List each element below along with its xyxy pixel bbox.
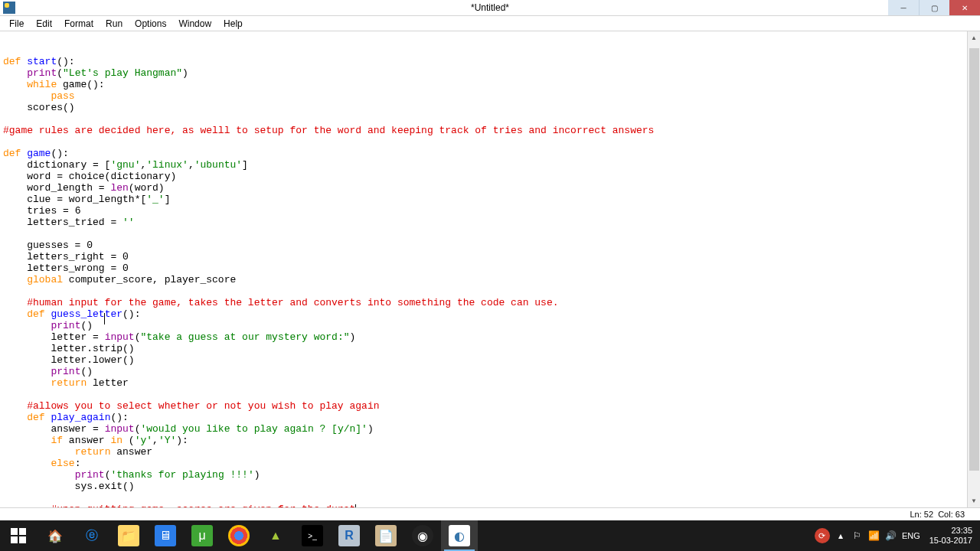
taskbar-app1[interactable]: 🖥 (147, 520, 184, 551)
menu-format[interactable]: Format (58, 17, 100, 31)
status-line: Ln: 52 (910, 510, 933, 519)
tray-language[interactable]: ENG (902, 531, 920, 540)
editor-area: def start(): print("Let's play Hangman")… (0, 31, 980, 507)
tray-app-icon[interactable]: ⟳ (815, 528, 830, 543)
minimize-button[interactable]: ─ (888, 0, 919, 15)
obs-icon: ◉ (412, 525, 433, 546)
taskbar-chrome[interactable] (220, 520, 257, 551)
python-icon: ◐ (449, 525, 470, 546)
vertical-scrollbar[interactable]: ▲ ▼ (967, 31, 980, 507)
maximize-button[interactable]: ▢ (919, 0, 949, 15)
scroll-thumb[interactable] (969, 48, 979, 471)
start-button[interactable] (0, 520, 37, 551)
taskbar-notes[interactable]: 📄 (368, 520, 404, 551)
network-icon[interactable]: 📶 (868, 530, 880, 542)
menu-bar: File Edit Format Run Options Window Help (0, 16, 980, 31)
system-tray: ⟳ ▴ ⚐ 📶 🔊 ENG 23:35 15-03-2017 (815, 520, 980, 551)
menu-window[interactable]: Window (172, 17, 217, 31)
taskbar-terminal[interactable]: >_ (294, 520, 331, 551)
notes-icon: 📄 (375, 525, 397, 546)
utorrent-icon: μ (191, 525, 213, 546)
chrome-icon (228, 525, 250, 546)
ie-icon: ⓔ (81, 525, 103, 546)
title-bar: *Untitled* ─ ▢ ✕ (0, 0, 980, 16)
tray-date: 15-03-2017 (929, 536, 972, 546)
monitor-icon: 🖥 (155, 525, 176, 546)
tray-clock[interactable]: 23:35 15-03-2017 (925, 526, 977, 546)
taskbar-r[interactable]: R (331, 520, 368, 551)
scroll-down-button[interactable]: ▼ (968, 494, 980, 507)
text-cursor (355, 504, 356, 507)
window-controls: ─ ▢ ✕ (888, 0, 980, 15)
taskbar: 🏠 ⓔ 📁 🖥 μ ▲ >_ R 📄 ◉ ◐ ⟳ ▴ ⚐ 📶 🔊 ENG 23:… (0, 520, 980, 551)
app-icon (3, 2, 15, 14)
menu-run[interactable]: Run (100, 17, 129, 31)
r-icon: R (338, 525, 360, 546)
volume-icon[interactable]: 🔊 (885, 530, 897, 542)
code-editor[interactable]: def start(): print("Let's play Hangman")… (0, 31, 980, 507)
tray-flag-icon[interactable]: ⚐ (851, 530, 864, 542)
terminal-icon: >_ (302, 525, 323, 546)
tray-time: 23:35 (929, 526, 972, 536)
android-icon: ▲ (265, 525, 286, 546)
taskbar-utorrent[interactable]: μ (184, 520, 220, 551)
close-button[interactable]: ✕ (949, 0, 980, 15)
scroll-up-button[interactable]: ▲ (968, 31, 980, 44)
taskbar-explorer[interactable]: 📁 (110, 520, 147, 551)
home-icon: 🏠 (44, 525, 66, 546)
menu-options[interactable]: Options (129, 17, 172, 31)
window-title: *Untitled* (471, 2, 509, 13)
taskbar-ie[interactable]: ⓔ (74, 520, 110, 551)
status-col: Col: 63 (938, 510, 965, 519)
menu-edit[interactable]: Edit (30, 17, 58, 31)
menu-help[interactable]: Help (217, 17, 249, 31)
taskbar-android[interactable]: ▲ (257, 520, 294, 551)
taskbar-obs[interactable]: ◉ (404, 520, 441, 551)
tray-up-icon[interactable]: ▴ (835, 530, 847, 542)
ibeam-cursor-icon (104, 313, 105, 324)
taskbar-home[interactable]: 🏠 (37, 520, 74, 551)
taskbar-idle[interactable]: ◐ (441, 520, 478, 551)
folder-icon: 📁 (118, 525, 139, 546)
status-bar: Ln: 52 Col: 63 (0, 507, 980, 520)
menu-file[interactable]: File (3, 17, 30, 31)
